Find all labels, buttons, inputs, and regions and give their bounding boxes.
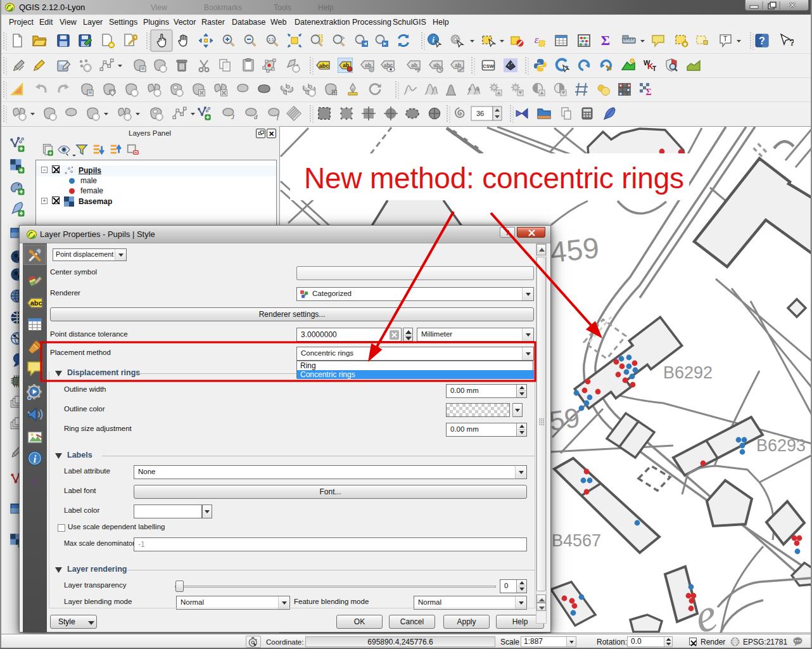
svg-text:459: 459 bbox=[549, 231, 600, 269]
svg-text:ε: ε bbox=[32, 473, 38, 488]
svg-text:i: i bbox=[34, 454, 37, 465]
svg-text:abc: abc bbox=[30, 299, 42, 307]
svg-text:36: 36 bbox=[476, 110, 484, 117]
svg-text:New method: concentric rings: New method: concentric rings bbox=[304, 162, 684, 195]
svg-text:B4567: B4567 bbox=[552, 531, 601, 550]
svg-text:B6293: B6293 bbox=[756, 436, 806, 455]
svg-text:B6292: B6292 bbox=[663, 363, 713, 382]
